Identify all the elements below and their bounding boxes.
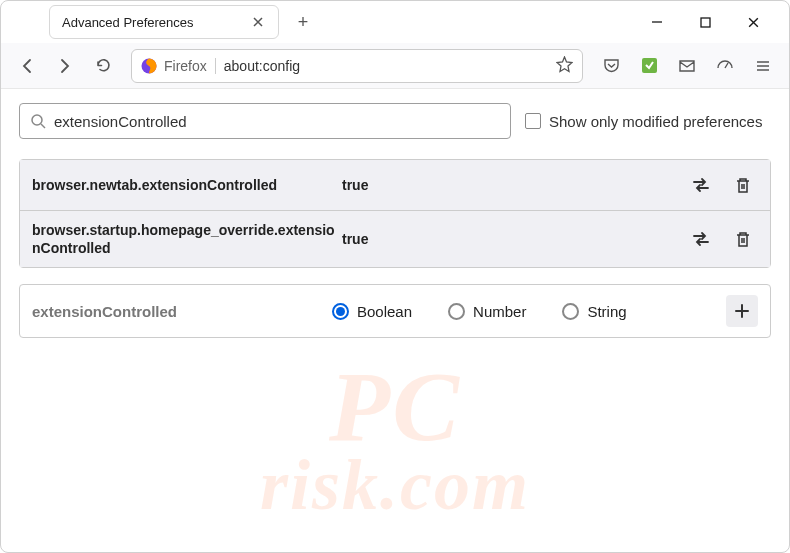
pref-row: browser.newtab.extensionControlled true xyxy=(20,160,770,211)
titlebar: Advanced Preferences + xyxy=(1,1,789,43)
radio-string[interactable]: String xyxy=(562,303,626,320)
pref-row: browser.startup.homepage_override.extens… xyxy=(20,211,770,267)
browser-tab[interactable]: Advanced Preferences xyxy=(49,5,279,39)
new-tab-button[interactable]: + xyxy=(289,8,317,36)
preferences-table: browser.newtab.extensionControlled true … xyxy=(19,159,771,268)
maximize-button[interactable] xyxy=(693,10,717,34)
add-pref-row: extensionControlled Boolean Number Strin… xyxy=(20,285,770,337)
pocket-icon[interactable] xyxy=(595,50,627,82)
close-window-button[interactable] xyxy=(741,10,765,34)
type-radio-group: Boolean Number String xyxy=(332,303,726,320)
radio-number[interactable]: Number xyxy=(448,303,526,320)
radio-icon xyxy=(332,303,349,320)
browser-toolbar: Firefox about:config xyxy=(1,43,789,89)
toggle-button[interactable] xyxy=(686,170,716,200)
tab-close-icon[interactable] xyxy=(250,14,266,30)
pref-actions xyxy=(686,170,758,200)
mail-icon[interactable] xyxy=(671,50,703,82)
radio-label: Boolean xyxy=(357,303,412,320)
search-icon xyxy=(30,113,46,129)
watermark: PC risk.com xyxy=(1,349,789,527)
forward-button[interactable] xyxy=(49,50,81,82)
reload-button[interactable] xyxy=(87,50,119,82)
search-box[interactable] xyxy=(19,103,511,139)
checkbox-label: Show only modified preferences xyxy=(549,113,762,130)
tab-title: Advanced Preferences xyxy=(62,15,250,30)
show-modified-checkbox[interactable]: Show only modified preferences xyxy=(525,113,762,130)
menu-button[interactable] xyxy=(747,50,779,82)
radio-label: String xyxy=(587,303,626,320)
firefox-icon xyxy=(140,57,158,75)
window: Advanced Preferences + xyxy=(0,0,790,553)
toggle-button[interactable] xyxy=(686,224,716,254)
svg-rect-0 xyxy=(701,18,710,27)
radio-icon xyxy=(562,303,579,320)
pref-actions xyxy=(686,224,758,254)
radio-icon xyxy=(448,303,465,320)
search-row: Show only modified preferences xyxy=(19,103,771,139)
search-input[interactable] xyxy=(54,113,500,130)
add-pref-container: extensionControlled Boolean Number Strin… xyxy=(19,284,771,338)
extensions-icon[interactable] xyxy=(633,50,665,82)
delete-button[interactable] xyxy=(728,224,758,254)
dashboard-icon[interactable] xyxy=(709,50,741,82)
content-area: Show only modified preferences browser.n… xyxy=(1,89,789,552)
add-button[interactable] xyxy=(726,295,758,327)
radio-boolean[interactable]: Boolean xyxy=(332,303,412,320)
radio-label: Number xyxy=(473,303,526,320)
checkbox-icon xyxy=(525,113,541,129)
address-bar[interactable]: Firefox about:config xyxy=(131,49,583,83)
back-button[interactable] xyxy=(11,50,43,82)
pref-value: true xyxy=(342,231,686,247)
pref-value: true xyxy=(342,177,686,193)
bookmark-icon[interactable] xyxy=(556,56,574,76)
pref-name: browser.newtab.extensionControlled xyxy=(32,176,342,194)
delete-button[interactable] xyxy=(728,170,758,200)
address-url: about:config xyxy=(224,58,556,74)
window-controls xyxy=(645,10,781,34)
add-pref-name: extensionControlled xyxy=(32,303,332,320)
svg-point-3 xyxy=(32,115,42,125)
address-origin: Firefox xyxy=(164,58,216,74)
minimize-button[interactable] xyxy=(645,10,669,34)
pref-name: browser.startup.homepage_override.extens… xyxy=(32,221,342,257)
